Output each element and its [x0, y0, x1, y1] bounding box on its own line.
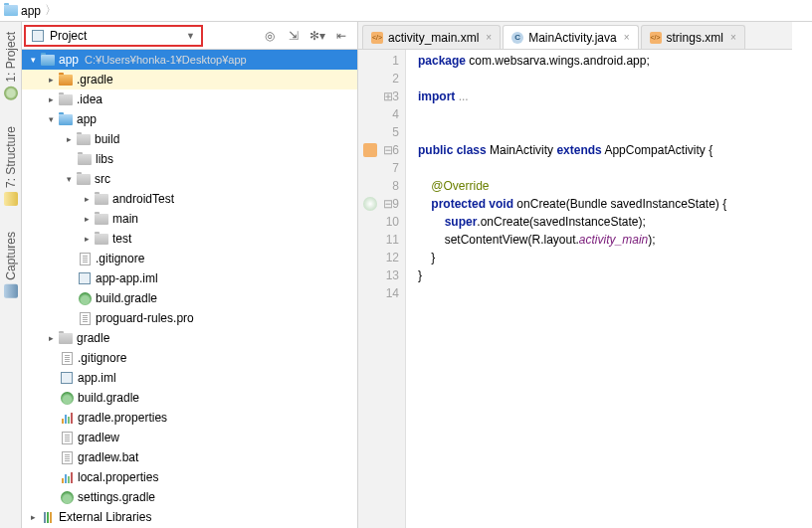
hide-panel-icon[interactable]: ⇤	[333, 29, 349, 43]
tree-item-build-gradle2[interactable]: build.gradle	[22, 388, 357, 408]
gradle-icon	[79, 292, 92, 305]
java-class-icon: C	[511, 32, 523, 44]
gradle-icon	[61, 392, 74, 405]
close-icon[interactable]: ×	[486, 32, 492, 43]
rail-label: 1: Project	[4, 32, 18, 83]
file-icon	[80, 312, 91, 325]
rail-project[interactable]: 1: Project	[4, 28, 18, 104]
folder-icon	[78, 154, 92, 165]
iml-icon	[61, 372, 73, 384]
rail-label: Captures	[4, 232, 18, 280]
tree-item-app-iml[interactable]: app.iml	[22, 368, 357, 388]
gradle-icon	[61, 491, 74, 504]
libraries-icon	[44, 512, 52, 523]
code-editor[interactable]: 1 2 ⊞3 4 5 ⊟6 7 8 ⊟9 10 11 12 13 14 pack…	[358, 50, 792, 528]
collapse-all-icon[interactable]: ⇲	[286, 29, 302, 43]
rail-structure[interactable]: 7: Structure	[4, 122, 18, 210]
tab-activity-main-xml[interactable]: </> activity_main.xml ×	[362, 25, 501, 49]
folder-icon	[59, 94, 73, 105]
iml-icon	[79, 272, 91, 284]
properties-icon	[62, 412, 73, 424]
tree-item-gitignore[interactable]: .gitignore	[22, 249, 357, 268]
tab-label: strings.xml	[667, 31, 723, 45]
file-icon	[62, 432, 73, 444]
tree-item-appapp-iml[interactable]: app-app.iml	[22, 268, 357, 288]
tab-label: MainActivity.java	[528, 31, 616, 45]
breadcrumb-item-app[interactable]: app	[4, 4, 41, 18]
rail-label: 7: Structure	[4, 126, 18, 188]
rail-captures[interactable]: Captures	[4, 228, 18, 302]
tree-item-ext-libs[interactable]: ▸External Libraries	[22, 507, 357, 527]
tree-item-app[interactable]: ▾app	[22, 109, 357, 129]
folder-icon	[95, 214, 108, 225]
tree-item-gradle-dir[interactable]: ▸.gradle	[22, 70, 357, 89]
line-number-gutter[interactable]: 1 2 ⊞3 4 5 ⊟6 7 8 ⊟9 10 11 12 13 14	[358, 50, 406, 528]
tree-item-local-props[interactable]: local.properties	[22, 467, 357, 487]
tree-item-src[interactable]: ▾src	[22, 169, 357, 189]
properties-icon	[62, 471, 73, 483]
folder-icon	[77, 174, 91, 185]
editor-tabs: </> activity_main.xml × C MainActivity.j…	[358, 22, 792, 50]
folder-icon	[95, 194, 108, 205]
folder-icon	[77, 134, 91, 145]
file-icon	[62, 352, 73, 365]
folder-icon	[95, 234, 108, 245]
tab-strings-xml[interactable]: </> strings.xml ×	[641, 25, 745, 49]
tree-item-libs[interactable]: libs	[22, 149, 357, 169]
close-icon[interactable]: ×	[730, 32, 736, 43]
related-xml-icon[interactable]	[363, 143, 377, 157]
folder-icon	[4, 5, 18, 16]
folder-icon	[59, 333, 73, 344]
tree-item-gradle-dir2[interactable]: ▸gradle	[22, 328, 357, 348]
tree-item-proguard[interactable]: proguard-rules.pro	[22, 308, 357, 328]
close-icon[interactable]: ×	[624, 32, 630, 43]
tree-item-gradlew[interactable]: gradlew	[22, 428, 357, 447]
tree-item-gradlew-bat[interactable]: gradlew.bat	[22, 447, 357, 467]
tab-mainactivity-java[interactable]: C MainActivity.java ×	[503, 25, 638, 49]
override-marker-icon[interactable]	[363, 197, 377, 211]
tree-item-gradle-props[interactable]: gradle.properties	[22, 408, 357, 428]
file-icon	[62, 451, 73, 464]
tree-item-androidTest[interactable]: ▸androidTest	[22, 189, 357, 209]
tree-item-idea[interactable]: ▸.idea	[22, 89, 357, 109]
structure-icon	[4, 192, 18, 206]
xml-file-icon: </>	[650, 32, 662, 44]
tree-item-test[interactable]: ▸test	[22, 229, 357, 249]
project-tree[interactable]: ▾appC:¥Users¥honka-1¥Desktop¥app ▸.gradl…	[22, 50, 357, 528]
breadcrumb-label: app	[21, 4, 41, 18]
tree-item-main[interactable]: ▸main	[22, 209, 357, 229]
project-icon	[4, 87, 18, 100]
settings-gear-icon[interactable]: ✻▾	[309, 29, 325, 43]
tree-item-settings-gradle[interactable]: settings.gradle	[22, 487, 357, 507]
xml-file-icon: </>	[371, 32, 383, 44]
scroll-from-source-icon[interactable]: ◎	[262, 29, 278, 43]
folder-icon	[59, 114, 73, 125]
dropdown-arrow-icon: ▼	[186, 31, 195, 41]
tree-root[interactable]: ▾appC:¥Users¥honka-1¥Desktop¥app	[22, 50, 357, 70]
project-view-label: Project	[50, 29, 87, 43]
captures-icon	[4, 283, 18, 297]
tree-item-gitignore2[interactable]: .gitignore	[22, 348, 357, 368]
left-tool-rail: 1: Project 7: Structure Captures	[0, 22, 22, 528]
breadcrumb-bar: app 〉	[0, 0, 812, 22]
tree-item-build[interactable]: ▸build	[22, 129, 357, 149]
project-glyph-icon	[32, 30, 44, 42]
project-view-dropdown[interactable]: Project ▼	[24, 25, 203, 47]
code-body[interactable]: package com.websarva.wings.android.app; …	[406, 50, 792, 528]
folder-icon	[59, 75, 73, 86]
project-panel-toolbar: Project ▼ ◎ ⇲ ✻▾ ⇤	[22, 22, 357, 50]
tree-item-build-gradle[interactable]: build.gradle	[22, 288, 357, 308]
file-icon	[80, 253, 91, 265]
tab-label: activity_main.xml	[388, 31, 479, 45]
chevron-right-icon: 〉	[45, 2, 57, 19]
folder-icon	[41, 55, 55, 66]
